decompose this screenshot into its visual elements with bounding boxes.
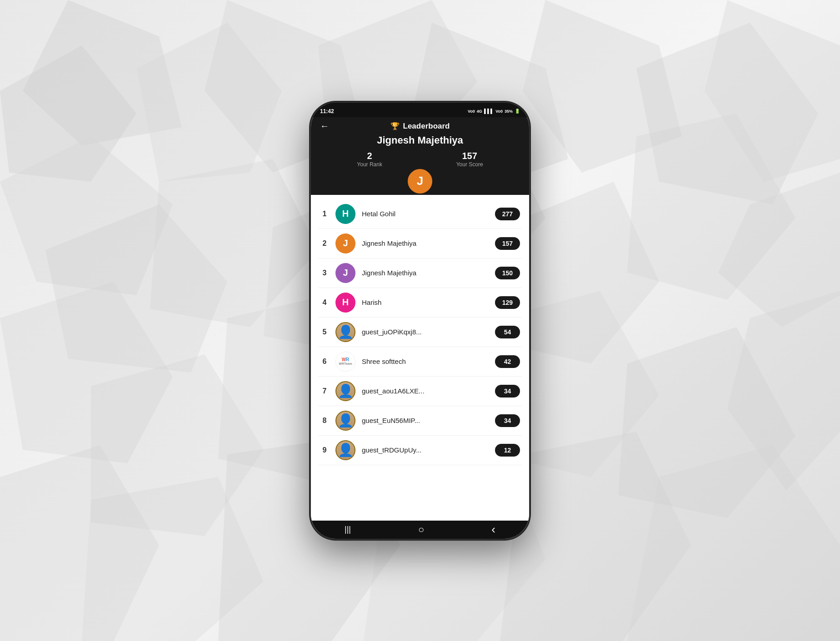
user-name-text: guest_EuN56MIP...: [362, 417, 489, 424]
carrier2-label: Vo0: [495, 109, 503, 114]
back-nav-button[interactable]: ‹: [491, 522, 495, 537]
user-avatar: 👤: [335, 322, 355, 342]
list-item: 3JJignesh Majethiya150: [318, 258, 522, 288]
rank-number: 1: [320, 210, 329, 218]
list-item: 7👤guest_aou1A6LXE...34: [318, 377, 522, 406]
list-item: 1HHetal Gohil277: [318, 199, 522, 229]
svg-marker-25: [82, 477, 264, 641]
score-value: 157: [456, 151, 483, 161]
header: ← 🏆 Leaderboard Jignesh Majethiya 2 Your…: [311, 117, 529, 195]
phone-frame: 11:42 Vo0 4G ▌▌▌ Vo0 35% 🔋 ← 🏆 Leaderboa…: [311, 103, 529, 539]
svg-marker-11: [150, 159, 318, 327]
svg-marker-22: [618, 327, 795, 518]
user-name-text: guest_aou1A6LXE...: [362, 387, 489, 395]
network-label: 4G: [477, 109, 482, 114]
avatar-letter: J: [417, 174, 423, 188]
score-badge: 129: [495, 296, 520, 309]
signal-bars: ▌▌▌: [484, 109, 494, 114]
rank-number: 5: [320, 328, 329, 336]
user-avatar: WR WRTeam: [335, 352, 355, 372]
rank-value: 2: [357, 151, 382, 161]
back-button[interactable]: ←: [320, 121, 329, 131]
score-badge: 150: [495, 267, 520, 279]
battery-icon: 🔋: [515, 109, 520, 114]
rank-number: 8: [320, 417, 329, 425]
stats-row: 2 Your Rank 157 Your Score: [320, 151, 520, 168]
power-button: [529, 175, 531, 203]
score-badge: 277: [495, 208, 520, 220]
header-title-row: 🏆 Leaderboard: [390, 122, 450, 131]
header-top: ← 🏆 Leaderboard: [320, 122, 520, 131]
wrteam-logo: WR WRTeam: [336, 352, 355, 371]
current-user-name: Jignesh Majethiya: [320, 134, 520, 146]
svg-marker-15: [627, 114, 795, 300]
list-item: 8👤guest_EuN56MIP...34: [318, 406, 522, 436]
score-badge: 42: [495, 355, 520, 368]
status-time: 11:42: [320, 108, 334, 114]
svg-marker-29: [627, 445, 840, 641]
svg-marker-24: [0, 445, 159, 641]
current-user-avatar: J: [406, 168, 434, 195]
phone-wrapper: 11:42 Vo0 4G ▌▌▌ Vo0 35% 🔋 ← 🏆 Leaderboa…: [311, 103, 529, 539]
app-content: ← 🏆 Leaderboard Jignesh Majethiya 2 Your…: [311, 117, 529, 539]
user-avatar: H: [335, 204, 355, 224]
menu-button[interactable]: |||: [345, 525, 351, 534]
score-badge: 12: [495, 444, 520, 457]
battery-label: 35%: [505, 109, 513, 114]
user-name-text: Jignesh Majethiya: [362, 239, 489, 247]
list-item: 4HHarish129: [318, 288, 522, 318]
svg-marker-16: [718, 173, 840, 327]
rank-number: 9: [320, 446, 329, 454]
wrteam-letters: WR: [342, 358, 350, 362]
score-badge: 34: [495, 385, 520, 398]
list-item: 6 WR WRTeam Shree softtech42: [318, 347, 522, 377]
rank-stat: 2 Your Rank: [357, 151, 382, 168]
user-name-text: Harish: [362, 298, 489, 306]
user-name-text: Shree softtech: [362, 358, 489, 365]
user-name-text: guest_juOPiKqxj8...: [362, 328, 489, 336]
leaderboard-list[interactable]: 1HHetal Gohil2772JJignesh Majethiya1573J…: [311, 195, 529, 521]
rank-number: 7: [320, 387, 329, 395]
score-badge: 54: [495, 326, 520, 338]
rank-number: 4: [320, 298, 329, 307]
user-avatar: 👤: [335, 440, 355, 460]
svg-marker-8: [705, 0, 840, 182]
status-icons: Vo0 4G ▌▌▌ Vo0 35% 🔋: [468, 109, 520, 114]
svg-marker-1: [23, 0, 182, 145]
user-name-text: Jignesh Majethiya: [362, 269, 489, 277]
svg-marker-6: [523, 0, 682, 173]
page-title: Leaderboard: [403, 122, 450, 131]
home-button[interactable]: ○: [418, 524, 424, 536]
rank-label: Your Rank: [357, 161, 382, 168]
user-name-text: Hetal Gohil: [362, 210, 489, 218]
score-stat: 157 Your Score: [456, 151, 483, 168]
wrteam-sub: WRTeam: [339, 362, 352, 365]
score-badge: 157: [495, 237, 520, 250]
user-name-text: guest_tRDGUpUy...: [362, 446, 489, 454]
svg-marker-7: [636, 23, 818, 204]
svg-marker-2: [136, 23, 282, 182]
user-avatar: 👤: [335, 381, 355, 401]
svg-marker-9: [0, 136, 173, 295]
list-item: 2JJignesh Majethiya157: [318, 229, 522, 258]
rank-number: 6: [320, 358, 329, 366]
user-avatar: J: [335, 263, 355, 283]
svg-marker-10: [45, 204, 227, 373]
list-item: 5👤guest_juOPiKqxj8...54: [318, 318, 522, 347]
score-badge: 34: [495, 414, 520, 427]
svg-marker-23: [727, 291, 840, 491]
rank-number: 3: [320, 269, 329, 277]
avatar-bubble-wrapper: J: [320, 181, 520, 195]
svg-marker-0: [0, 45, 136, 182]
score-label: Your Score: [456, 161, 483, 168]
user-avatar: 👤: [335, 411, 355, 431]
bottom-nav: ||| ○ ‹: [311, 521, 529, 539]
rank-number: 2: [320, 239, 329, 248]
leaderboard-icon: 🏆: [390, 122, 400, 130]
list-item: 9👤guest_tRDGUpUy...12: [318, 436, 522, 465]
user-avatar: H: [335, 293, 355, 313]
svg-marker-18: [91, 354, 264, 536]
svg-marker-17: [0, 282, 173, 463]
carrier1-label: Vo0: [468, 109, 475, 114]
notch: [390, 103, 450, 113]
